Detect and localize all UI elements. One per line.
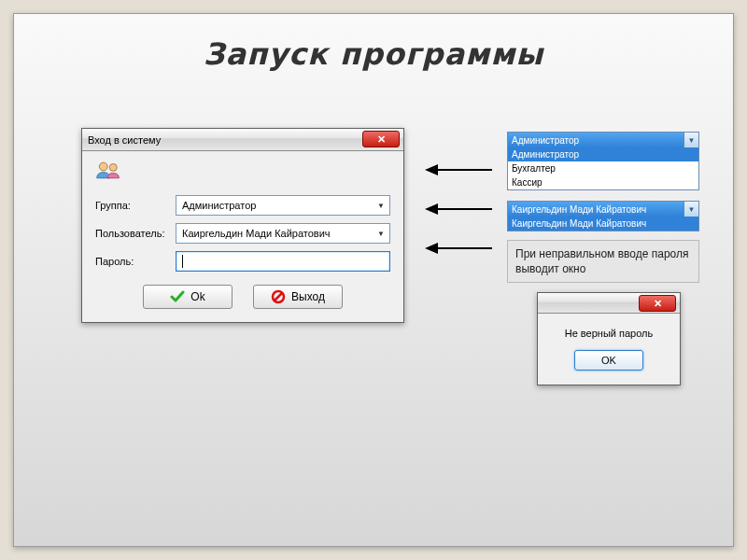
close-button[interactable]: ✕ <box>362 131 400 147</box>
dropdown-option[interactable]: Администратор <box>508 147 698 161</box>
close-button[interactable]: ✕ <box>639 295 676 312</box>
info-text: При неправильном вводе пароля выводит ок… <box>515 247 689 275</box>
window-title: Вход в систему <box>88 134 161 146</box>
exit-button-label: Выход <box>291 290 325 303</box>
password-label: Пароль: <box>95 256 176 267</box>
login-window: Вход в систему ✕ Группа: Администратор ▼ <box>81 128 404 323</box>
user-select[interactable]: Каиргельдин Мади Кайратович ▼ <box>176 223 390 244</box>
page-title: Запуск программы <box>14 14 733 72</box>
info-note: При неправильном вводе пароля выводит ок… <box>507 240 699 283</box>
check-icon <box>170 289 185 304</box>
arrow-line <box>438 169 492 171</box>
ok-button[interactable]: Ok <box>143 285 233 309</box>
svg-point-0 <box>99 162 107 171</box>
svg-point-1 <box>109 163 117 171</box>
close-icon: ✕ <box>377 133 386 146</box>
arrow-icon <box>425 203 438 215</box>
arrow-icon <box>425 243 438 254</box>
group-dropdown-expanded: Администратор ▼ Администратор Бухгалтер … <box>507 132 699 190</box>
dropdown-option[interactable]: Каиргельдин Мади Кайратович <box>508 217 698 231</box>
user-label: Пользователь: <box>95 228 176 239</box>
arrow-line <box>438 247 492 249</box>
dropdown-header[interactable]: Каиргельдин Мади Кайратович ▼ <box>508 202 698 217</box>
window-titlebar: Вход в систему ✕ <box>82 129 403 151</box>
error-ok-button[interactable]: OK <box>574 350 643 371</box>
chevron-down-icon: ▼ <box>374 198 388 213</box>
arrow-line <box>438 208 492 210</box>
dropdown-option[interactable]: Кассир <box>508 175 698 189</box>
error-ok-label: OK <box>601 355 616 366</box>
ok-button-label: Ok <box>190 290 204 303</box>
users-icon <box>95 159 121 181</box>
password-input[interactable] <box>176 251 390 272</box>
close-icon: ✕ <box>654 298 662 310</box>
dropdown-option[interactable]: Бухгалтер <box>508 161 698 175</box>
chevron-down-icon: ▼ <box>684 133 698 147</box>
chevron-down-icon: ▼ <box>684 202 698 217</box>
text-caret <box>182 255 183 268</box>
group-select[interactable]: Администратор ▼ <box>176 195 390 216</box>
dropdown-header[interactable]: Администратор ▼ <box>508 133 698 147</box>
group-label: Группа: <box>95 200 176 211</box>
user-select-value: Каиргельдин Мади Кайратович <box>182 228 331 239</box>
dropdown-selected: Каиргельдин Мади Кайратович <box>512 204 646 215</box>
exit-button[interactable]: Выход <box>253 285 343 309</box>
group-select-value: Администратор <box>182 200 256 211</box>
user-dropdown-expanded: Каиргельдин Мади Кайратович ▼ Каиргельди… <box>507 201 699 231</box>
svg-line-3 <box>275 293 282 301</box>
chevron-down-icon: ▼ <box>374 226 388 241</box>
dropdown-selected: Администратор <box>512 135 579 146</box>
error-dialog: ✕ Не верный пароль OK <box>537 292 681 385</box>
arrow-icon <box>425 164 438 175</box>
error-message: Не верный пароль <box>565 328 653 339</box>
forbidden-icon <box>271 289 286 304</box>
error-titlebar: ✕ <box>538 293 680 314</box>
